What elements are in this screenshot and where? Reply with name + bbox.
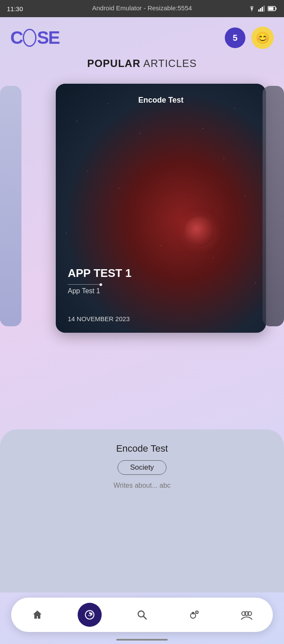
author-section: Encode Test Society Writes about... abc bbox=[0, 429, 284, 496]
nav-home[interactable] bbox=[25, 603, 49, 627]
profile-icon: ? bbox=[188, 609, 200, 621]
peek-right-card[interactable]: 14 N bbox=[263, 86, 284, 326]
nav-search[interactable] bbox=[130, 603, 154, 627]
search-icon bbox=[136, 609, 148, 620]
card-tag: Encode Test bbox=[68, 96, 254, 105]
status-time: 11:30 bbox=[7, 5, 23, 12]
section-title: POPULAR ARTICLES bbox=[0, 58, 284, 70]
signal-icon bbox=[258, 6, 265, 12]
svg-rect-1 bbox=[260, 8, 261, 12]
category-badge[interactable]: Society bbox=[118, 460, 166, 475]
author-description: Writes about... abc bbox=[113, 482, 170, 489]
logo-e: E bbox=[48, 27, 59, 48]
card-date: 14 NOVEMBER 2023 bbox=[68, 315, 130, 322]
status-bar: 11:30 Android Emulator - Resizable:5554 bbox=[0, 0, 284, 17]
logo-c: C bbox=[10, 27, 22, 48]
peek-left-card[interactable] bbox=[0, 86, 21, 326]
status-icons bbox=[248, 6, 277, 12]
card-title-section: APP TEST 1 App Test 1 bbox=[68, 267, 254, 321]
explore-icon bbox=[84, 609, 96, 621]
nav-community[interactable] bbox=[235, 603, 259, 627]
section-title-bold: POPULAR bbox=[87, 58, 140, 69]
bottom-nav: ? bbox=[11, 598, 273, 632]
author-name: Encode Test bbox=[116, 443, 168, 454]
logo: CSE bbox=[10, 27, 59, 48]
avatar-emoji: 😊 bbox=[256, 31, 269, 45]
avatar[interactable]: 😊 bbox=[251, 27, 274, 49]
svg-rect-3 bbox=[263, 6, 265, 12]
card-divider bbox=[68, 284, 102, 285]
battery-icon bbox=[268, 6, 277, 11]
cards-carousel: Encode Test APP TEST 1 App Test 1 14 NOV… bbox=[0, 77, 284, 339]
svg-marker-8 bbox=[88, 612, 94, 617]
svg-rect-0 bbox=[258, 9, 260, 12]
app-container: CSE 5 😊 POPULAR ARTICLES Encode Test APP… bbox=[0, 17, 284, 644]
nav-explore[interactable] bbox=[78, 603, 102, 627]
svg-rect-6 bbox=[269, 7, 274, 10]
nav-profile[interactable]: ? bbox=[182, 603, 206, 627]
svg-rect-5 bbox=[276, 8, 277, 10]
logo-s: S bbox=[37, 27, 48, 48]
wifi-icon bbox=[248, 6, 256, 12]
logo-text: CSE bbox=[10, 27, 59, 48]
svg-rect-2 bbox=[262, 7, 263, 12]
svg-point-9 bbox=[89, 614, 91, 616]
gesture-bar bbox=[116, 639, 168, 641]
main-article-card[interactable]: Encode Test APP TEST 1 App Test 1 14 NOV… bbox=[56, 84, 266, 333]
card-content: Encode Test APP TEST 1 App Test 1 14 NOV… bbox=[56, 84, 266, 333]
notification-badge[interactable]: 5 bbox=[225, 27, 245, 48]
svg-line-11 bbox=[144, 617, 147, 620]
section-title-normal: ARTICLES bbox=[143, 58, 197, 69]
logo-o bbox=[23, 29, 36, 47]
header-right: 5 😊 bbox=[225, 27, 274, 49]
community-icon bbox=[240, 609, 253, 620]
svg-point-13 bbox=[192, 612, 194, 614]
status-title: Android Emulator - Resizable:5554 bbox=[92, 4, 192, 12]
header: CSE 5 😊 bbox=[0, 17, 284, 53]
home-icon bbox=[32, 609, 43, 620]
card-main-title: APP TEST 1 bbox=[68, 267, 254, 280]
card-subtitle: App Test 1 bbox=[68, 287, 254, 295]
lower-section: Encode Test Society Writes about... abc bbox=[0, 429, 284, 592]
